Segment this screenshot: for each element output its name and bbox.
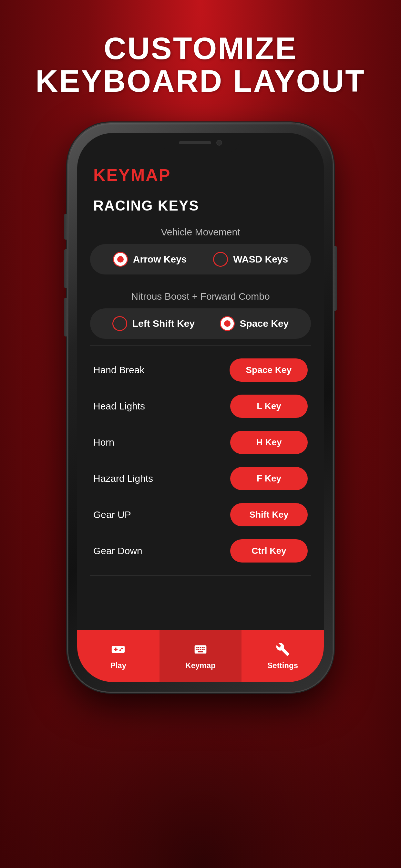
- vehicle-movement-label: Vehicle Movement: [90, 227, 311, 238]
- horn-button[interactable]: H Key: [230, 431, 308, 454]
- side-button-volume-up: [64, 249, 68, 288]
- nav-item-keymap[interactable]: Keymap: [159, 630, 242, 682]
- wasd-keys-option[interactable]: WASD Keys: [213, 252, 288, 267]
- side-button-power: [333, 246, 337, 311]
- hazard-lights-label: Hazard Lights: [93, 473, 153, 484]
- arrow-keys-label: Arrow Keys: [133, 254, 187, 265]
- left-shift-label: Left Shift Key: [132, 318, 195, 329]
- head-lights-label: Head Lights: [93, 401, 145, 412]
- section-title: RACING KEYS: [77, 191, 324, 217]
- arrow-keys-option[interactable]: Arrow Keys: [113, 252, 187, 267]
- page-title-line2: KEYBOARD LAYOUT: [35, 65, 366, 97]
- divider-2: [90, 345, 311, 345]
- app-header: KEYMAP: [77, 156, 324, 191]
- hazard-lights-button[interactable]: F Key: [230, 467, 308, 490]
- gear-down-button[interactable]: Ctrl Key: [230, 539, 308, 562]
- key-row-gear-down: Gear Down Ctrl Key: [90, 533, 311, 569]
- phone-notch: [162, 133, 239, 152]
- hand-break-label: Hand Break: [93, 365, 144, 376]
- vehicle-movement-radio-group: Arrow Keys WASD Keys: [90, 244, 311, 275]
- page-title-line1: CUSTOMIZE: [35, 32, 366, 65]
- key-row-horn: Horn H Key: [90, 424, 311, 461]
- wasd-keys-radio[interactable]: [213, 252, 228, 267]
- nitrous-boost-radio-group: Left Shift Key Space Key: [90, 308, 311, 339]
- divider-1: [90, 281, 311, 281]
- phone-wrapper: KEYMAP RACING KEYS Vehicle Movement Arro…: [68, 123, 333, 692]
- notch-speaker: [179, 141, 211, 144]
- gear-up-label: Gear UP: [93, 509, 131, 520]
- space-key-radio[interactable]: [220, 316, 235, 331]
- nitrous-boost-label: Nitrous Boost + Forward Combo: [90, 291, 311, 302]
- app-logo: KEYMAP: [93, 165, 308, 185]
- side-button-volume-down: [64, 298, 68, 337]
- keyboard-icon: [193, 642, 208, 658]
- key-row-hazard-lights: Hazard Lights F Key: [90, 461, 311, 497]
- notch-camera: [216, 140, 222, 146]
- gamepad-icon: [111, 642, 125, 658]
- divider-3: [90, 576, 311, 576]
- space-key-option[interactable]: Space Key: [220, 316, 289, 331]
- key-row-hand-break: Hand Break Space Key: [90, 352, 311, 388]
- left-shift-option[interactable]: Left Shift Key: [112, 316, 195, 331]
- app-content: KEYMAP RACING KEYS Vehicle Movement Arro…: [77, 133, 324, 682]
- wrench-icon: [276, 642, 290, 658]
- key-row-head-lights: Head Lights L Key: [90, 388, 311, 424]
- page-title-area: CUSTOMIZE KEYBOARD LAYOUT: [35, 32, 366, 97]
- app-main: Vehicle Movement Arrow Keys WASD Keys: [77, 217, 324, 630]
- nav-keymap-label: Keymap: [185, 661, 215, 670]
- head-lights-button[interactable]: L Key: [230, 395, 308, 418]
- space-key-label: Space Key: [240, 318, 289, 329]
- wasd-keys-label: WASD Keys: [233, 254, 288, 265]
- phone-screen: KEYMAP RACING KEYS Vehicle Movement Arro…: [77, 133, 324, 682]
- gear-up-button[interactable]: Shift Key: [230, 503, 308, 526]
- nav-settings-label: Settings: [267, 661, 298, 670]
- key-row-gear-up: Gear UP Shift Key: [90, 497, 311, 533]
- side-button-mute: [64, 214, 68, 240]
- arrow-keys-radio[interactable]: [113, 252, 128, 267]
- bottom-nav: Play Keymap: [77, 630, 324, 682]
- gear-down-label: Gear Down: [93, 546, 143, 556]
- horn-label: Horn: [93, 437, 114, 448]
- hand-break-button[interactable]: Space Key: [229, 359, 308, 382]
- left-shift-radio[interactable]: [112, 316, 127, 331]
- nav-play-label: Play: [111, 661, 126, 670]
